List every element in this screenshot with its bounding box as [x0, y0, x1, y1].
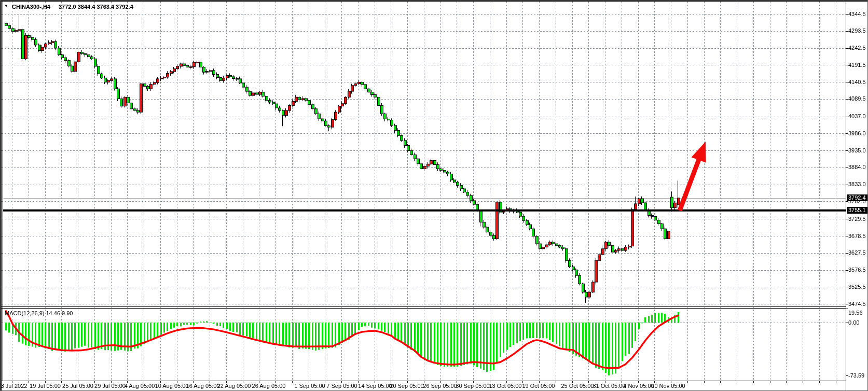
macd-axis-zero-label: 0.00 [848, 319, 859, 326]
price-axis-label: 3884.0 [848, 164, 866, 171]
price-axis-label: 3729.5 [848, 216, 866, 222]
price-axis-label: 3986.0 [848, 130, 866, 137]
symbol-period-title: CHINA300-,H4 [12, 4, 50, 10]
price-axis-label: 3833.0 [848, 181, 866, 188]
price-axis-label: 3576.5 [848, 267, 866, 273]
time-axis-label: 26 Aug 05:00 [245, 383, 292, 389]
macd-axis-top-label: 19.56 [848, 310, 863, 316]
title-ohlc-values: 3772.0 3844.4 3763.4 3792.4 [59, 4, 133, 10]
price-axis-label: 3935.0 [848, 147, 866, 154]
support-price-badge: 3755.1 [847, 207, 868, 214]
price-axis-label: 4293.5 [848, 27, 866, 34]
collapse-triangle-icon[interactable]: ▼ [4, 4, 8, 8]
price-axis-label: 3627.5 [848, 249, 866, 256]
price-axis-label: 4140.5 [848, 79, 866, 86]
price-axis-label: 4191.5 [848, 62, 866, 68]
macd-indicator-label: MACD(12,26,9) 14.46 9.90 [5, 310, 73, 317]
price-axis-label: 4344.5 [848, 11, 866, 18]
chart-window: ▼ CHINA300-,H4 3772.0 3844.4 3763.4 3792… [0, 0, 868, 391]
price-axis-label: 4089.5 [848, 95, 866, 102]
price-axis-label: 4037.0 [848, 113, 866, 120]
time-axis-label: 10 Nov 05:00 [645, 383, 692, 389]
title-bar: ▼ CHINA300-,H4 3772.0 3844.4 3763.4 3792… [1, 2, 867, 11]
price-axis-label: 3678.5 [848, 233, 866, 240]
chart-canvas[interactable] [1, 1, 868, 391]
price-axis-label: 4242.5 [848, 45, 866, 51]
price-axis-label: 3474.5 [848, 301, 866, 308]
macd-axis-bottom-label: -73.59 [848, 372, 864, 379]
current-price-badge: 3792.4 [847, 194, 868, 201]
price-axis-label: 3525.5 [848, 284, 866, 290]
